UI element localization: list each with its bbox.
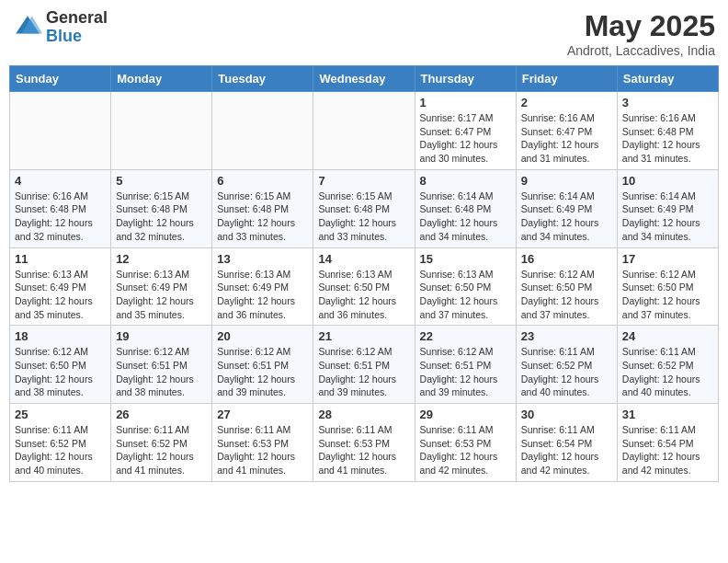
calendar-day-cell: 4Sunrise: 6:16 AMSunset: 6:48 PMDaylight… [10,169,111,247]
logo: General Blue [13,9,108,46]
calendar-week-row: 18Sunrise: 6:12 AMSunset: 6:50 PMDayligh… [10,326,719,404]
day-info: Sunrise: 6:11 AMSunset: 6:54 PMDaylight:… [622,423,713,477]
day-number: 17 [622,252,713,266]
day-number: 26 [116,408,207,421]
calendar-day-cell: 11Sunrise: 6:13 AMSunset: 6:49 PMDayligh… [10,247,111,326]
day-info: Sunrise: 6:13 AMSunset: 6:49 PMDaylight:… [116,268,207,322]
calendar-table: SundayMondayTuesdayWednesdayThursdayFrid… [9,65,719,482]
day-number: 29 [420,408,511,421]
logo-icon [13,13,42,42]
calendar-day-cell: 6Sunrise: 6:15 AMSunset: 6:48 PMDaylight… [212,169,313,247]
day-info: Sunrise: 6:13 AMSunset: 6:49 PMDaylight:… [217,268,308,322]
day-info: Sunrise: 6:11 AMSunset: 6:53 PMDaylight:… [217,423,308,477]
calendar-day-cell: 31Sunrise: 6:11 AMSunset: 6:54 PMDayligh… [617,404,718,482]
calendar-day-cell: 21Sunrise: 6:12 AMSunset: 6:51 PMDayligh… [313,326,415,404]
calendar-day-cell: 15Sunrise: 6:13 AMSunset: 6:50 PMDayligh… [415,247,516,326]
day-info: Sunrise: 6:11 AMSunset: 6:52 PMDaylight:… [521,345,612,399]
day-info: Sunrise: 6:12 AMSunset: 6:51 PMDaylight:… [420,345,511,399]
day-of-week-header: Tuesday [212,66,313,92]
day-info: Sunrise: 6:15 AMSunset: 6:48 PMDaylight:… [318,190,409,244]
calendar-day-cell: 2Sunrise: 6:16 AMSunset: 6:47 PMDaylight… [516,92,617,170]
day-info: Sunrise: 6:12 AMSunset: 6:51 PMDaylight:… [116,345,207,399]
day-info: Sunrise: 6:17 AMSunset: 6:47 PMDaylight:… [420,111,511,166]
day-number: 10 [622,174,713,188]
calendar-empty-cell [10,92,111,170]
day-info: Sunrise: 6:14 AMSunset: 6:49 PMDaylight:… [622,190,713,244]
calendar-day-cell: 30Sunrise: 6:11 AMSunset: 6:54 PMDayligh… [516,404,617,482]
title-block: May 2025 Andrott, Laccadives, India [567,9,715,58]
day-info: Sunrise: 6:11 AMSunset: 6:52 PMDaylight:… [15,423,106,477]
day-number: 11 [15,252,106,266]
calendar-day-cell: 8Sunrise: 6:14 AMSunset: 6:48 PMDaylight… [415,169,516,247]
day-info: Sunrise: 6:16 AMSunset: 6:48 PMDaylight:… [15,190,106,244]
day-number: 31 [622,408,713,421]
day-number: 8 [420,174,511,188]
calendar-day-cell: 24Sunrise: 6:11 AMSunset: 6:52 PMDayligh… [617,326,718,404]
day-of-week-header: Saturday [617,66,718,92]
day-of-week-header: Thursday [415,66,516,92]
calendar-day-cell: 22Sunrise: 6:12 AMSunset: 6:51 PMDayligh… [415,326,516,404]
calendar-day-cell: 3Sunrise: 6:16 AMSunset: 6:48 PMDaylight… [617,92,718,170]
day-number: 15 [420,252,511,266]
day-number: 24 [622,329,713,343]
day-of-week-header: Sunday [10,66,111,92]
day-number: 6 [217,174,308,188]
day-number: 3 [622,96,713,109]
calendar-day-cell: 12Sunrise: 6:13 AMSunset: 6:49 PMDayligh… [111,247,212,326]
day-info: Sunrise: 6:12 AMSunset: 6:50 PMDaylight:… [15,345,106,399]
logo-general-text: General [46,9,108,28]
day-number: 16 [521,252,612,266]
calendar-day-cell: 1Sunrise: 6:17 AMSunset: 6:47 PMDaylight… [415,92,516,170]
day-info: Sunrise: 6:13 AMSunset: 6:50 PMDaylight:… [420,268,511,322]
day-number: 1 [420,96,511,109]
calendar-day-cell: 23Sunrise: 6:11 AMSunset: 6:52 PMDayligh… [516,326,617,404]
day-info: Sunrise: 6:13 AMSunset: 6:50 PMDaylight:… [318,268,409,322]
calendar-day-cell: 26Sunrise: 6:11 AMSunset: 6:52 PMDayligh… [111,404,212,482]
calendar-week-row: 1Sunrise: 6:17 AMSunset: 6:47 PMDaylight… [10,92,719,170]
page-header: General Blue May 2025 Andrott, Laccadive… [9,9,719,58]
day-info: Sunrise: 6:12 AMSunset: 6:51 PMDaylight:… [318,345,409,399]
calendar-day-cell: 29Sunrise: 6:11 AMSunset: 6:53 PMDayligh… [415,404,516,482]
calendar-day-cell: 20Sunrise: 6:12 AMSunset: 6:51 PMDayligh… [212,326,313,404]
day-info: Sunrise: 6:12 AMSunset: 6:51 PMDaylight:… [217,345,308,399]
day-info: Sunrise: 6:14 AMSunset: 6:48 PMDaylight:… [420,190,511,244]
day-info: Sunrise: 6:11 AMSunset: 6:53 PMDaylight:… [420,423,511,477]
day-number: 23 [521,329,612,343]
calendar-day-cell: 13Sunrise: 6:13 AMSunset: 6:49 PMDayligh… [212,247,313,326]
calendar-day-cell: 19Sunrise: 6:12 AMSunset: 6:51 PMDayligh… [111,326,212,404]
day-info: Sunrise: 6:16 AMSunset: 6:48 PMDaylight:… [622,111,713,166]
day-of-week-header: Friday [516,66,617,92]
day-info: Sunrise: 6:14 AMSunset: 6:49 PMDaylight:… [521,190,612,244]
day-info: Sunrise: 6:12 AMSunset: 6:50 PMDaylight:… [622,268,713,322]
calendar-week-row: 4Sunrise: 6:16 AMSunset: 6:48 PMDaylight… [10,169,719,247]
day-number: 4 [15,174,106,188]
day-number: 14 [318,252,409,266]
calendar-day-cell: 27Sunrise: 6:11 AMSunset: 6:53 PMDayligh… [212,404,313,482]
calendar-day-cell: 5Sunrise: 6:15 AMSunset: 6:48 PMDaylight… [111,169,212,247]
calendar-empty-cell [212,92,313,170]
day-number: 22 [420,329,511,343]
day-number: 27 [217,408,308,421]
day-number: 21 [318,329,409,343]
day-info: Sunrise: 6:15 AMSunset: 6:48 PMDaylight:… [217,190,308,244]
calendar-day-cell: 10Sunrise: 6:14 AMSunset: 6:49 PMDayligh… [617,169,718,247]
day-number: 9 [521,174,612,188]
logo-blue-text: Blue [46,28,108,46]
calendar-day-cell: 28Sunrise: 6:11 AMSunset: 6:53 PMDayligh… [313,404,415,482]
location-subtitle: Andrott, Laccadives, India [567,43,715,58]
day-of-week-header: Monday [111,66,212,92]
calendar-week-row: 11Sunrise: 6:13 AMSunset: 6:49 PMDayligh… [10,247,719,326]
day-number: 19 [116,329,207,343]
day-number: 28 [318,408,409,421]
calendar-day-cell: 16Sunrise: 6:12 AMSunset: 6:50 PMDayligh… [516,247,617,326]
day-of-week-header: Wednesday [313,66,415,92]
day-number: 12 [116,252,207,266]
calendar-day-cell: 18Sunrise: 6:12 AMSunset: 6:50 PMDayligh… [10,326,111,404]
day-info: Sunrise: 6:11 AMSunset: 6:52 PMDaylight:… [622,345,713,399]
calendar-week-row: 25Sunrise: 6:11 AMSunset: 6:52 PMDayligh… [10,404,719,482]
day-info: Sunrise: 6:15 AMSunset: 6:48 PMDaylight:… [116,190,207,244]
day-number: 7 [318,174,409,188]
month-title: May 2025 [567,9,715,43]
day-info: Sunrise: 6:11 AMSunset: 6:53 PMDaylight:… [318,423,409,477]
day-info: Sunrise: 6:11 AMSunset: 6:54 PMDaylight:… [521,423,612,477]
